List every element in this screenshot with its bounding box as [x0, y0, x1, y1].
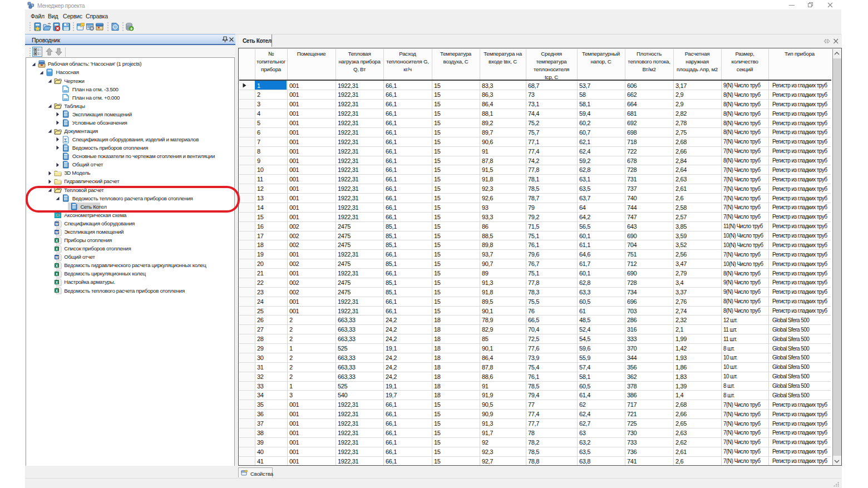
svg-text:X: X [56, 280, 58, 284]
svg-text:X: X [56, 264, 58, 268]
svg-text:W: W [55, 221, 59, 225]
svg-text:X: X [56, 247, 58, 250]
svg-text:X: X [56, 289, 58, 293]
svg-text:X: X [56, 238, 58, 242]
svg-text:D: D [56, 213, 60, 218]
svg-text:Σ: Σ [64, 137, 67, 142]
svg-text:X: X [56, 272, 58, 276]
svg-text:W: W [55, 255, 59, 259]
svg-text:W: W [55, 230, 59, 234]
